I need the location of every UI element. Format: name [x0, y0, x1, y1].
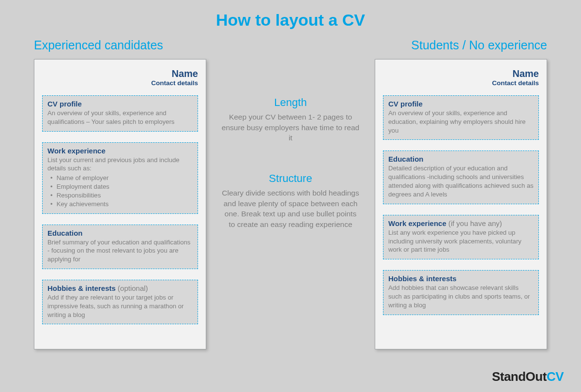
student-cv-card: Name Contact details CV profile An overv… — [375, 59, 547, 349]
section-body: List any work experience you have picked… — [388, 228, 534, 254]
right-heading: Students / No experience — [375, 38, 547, 52]
section-body: Detailed description of your education a… — [388, 164, 534, 198]
tip-length: Length Keep your CV between 1- 2 pages t… — [216, 96, 365, 143]
name-label: Name — [42, 68, 198, 79]
tip-heading: Length — [221, 96, 360, 109]
section-work-experience: Work experience (if you have any) List a… — [383, 215, 539, 259]
contact-label: Contact details — [383, 79, 539, 87]
section-body: Add if they are relevant to your target … — [47, 293, 193, 319]
section-body: Add hobbies that can showcase relevant s… — [388, 284, 534, 309]
list-item: Employment dates — [50, 182, 193, 191]
bullet-list: Name of employer Employment dates Respon… — [47, 174, 193, 208]
cv-header: Name Contact details — [383, 68, 539, 87]
right-column: Students / No experience Name Contact de… — [375, 38, 547, 349]
section-optional: (optional) — [118, 284, 148, 292]
section-title: CV profile — [388, 100, 423, 108]
tip-body: Keep your CV between 1- 2 pages to ensur… — [221, 112, 360, 143]
section-cv-profile: CV profile An overview of your skills, e… — [383, 95, 539, 140]
section-optional: (if you have any) — [448, 219, 502, 227]
section-work-experience: Work experience List your current and pr… — [42, 142, 198, 214]
tip-heading: Structure — [221, 172, 360, 185]
left-heading: Experienced candidates — [34, 38, 206, 52]
experienced-cv-card: Name Contact details CV profile An overv… — [34, 59, 206, 349]
section-cv-profile: CV profile An overview of your skills, e… — [42, 95, 198, 132]
tip-structure: Structure Cleary divide sections with bo… — [216, 172, 365, 230]
section-body: An overview of your skills, experience a… — [388, 109, 534, 135]
middle-column: Length Keep your CV between 1- 2 pages t… — [216, 38, 365, 349]
tip-body: Cleary divide sections with bold heading… — [221, 188, 360, 230]
logo-text-b: CV — [547, 369, 564, 384]
section-title: Education — [388, 155, 424, 163]
section-title: Work experience — [388, 219, 446, 227]
section-body: List your current and previous jobs and … — [47, 156, 193, 173]
left-column: Experienced candidates Name Contact deta… — [34, 38, 206, 349]
list-item: Responsibilities — [50, 191, 193, 200]
section-title: Education — [47, 229, 83, 237]
section-title: Hobbies & interests — [388, 274, 457, 283]
cv-header: Name Contact details — [42, 68, 198, 87]
list-item: Name of employer — [50, 174, 193, 182]
section-title: Hobbies & interests — [47, 284, 116, 292]
section-hobbies: Hobbies & interests (optional) Add if th… — [42, 280, 198, 324]
brand-logo: StandOutCV — [492, 369, 564, 384]
section-title: CV profile — [47, 100, 82, 108]
section-body: Brief summary of your education and qual… — [47, 238, 193, 264]
logo-text-a: StandOut — [492, 369, 547, 384]
section-body: An overview of your skills, experience a… — [47, 109, 193, 126]
list-item: Key achievements — [50, 200, 193, 209]
columns: Experienced candidates Name Contact deta… — [0, 30, 581, 349]
name-label: Name — [383, 68, 539, 79]
contact-label: Contact details — [42, 79, 198, 87]
section-education: Education Brief summary of your educatio… — [42, 225, 198, 269]
page-title: How to layout a CV — [0, 0, 581, 30]
section-title: Work experience — [47, 147, 106, 155]
section-hobbies: Hobbies & interests Add hobbies that can… — [383, 270, 539, 315]
section-education: Education Detailed description of your e… — [383, 151, 539, 204]
